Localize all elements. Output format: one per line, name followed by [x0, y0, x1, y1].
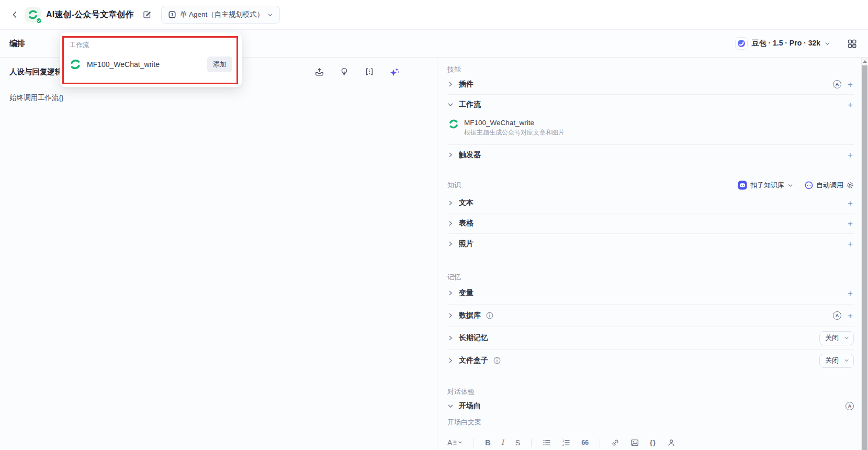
- chevron-right-icon: [447, 335, 454, 341]
- popup-workflow-item[interactable]: MF100_WeChat_write 添加: [70, 57, 232, 72]
- chevron-down-icon: [267, 12, 273, 18]
- components-grid-button[interactable]: [846, 38, 858, 49]
- row-longterm-memory[interactable]: 长期记忆 关闭: [447, 327, 854, 349]
- row-knowledge-table[interactable]: 表格 +: [447, 213, 854, 233]
- chevron-down-icon: [447, 403, 454, 409]
- chevron-right-icon: [447, 312, 454, 319]
- add-variable-button[interactable]: +: [847, 289, 854, 298]
- auto-call-setting[interactable]: 自动调用: [805, 181, 854, 190]
- persona-toolbar: [313, 66, 400, 77]
- chevron-right-icon: [447, 152, 454, 158]
- add-knowledge-table-button[interactable]: +: [847, 219, 854, 228]
- chevron-right-icon: [447, 81, 454, 87]
- chevron-down-icon: [844, 358, 849, 363]
- popup-section-label: 工作流: [70, 41, 232, 50]
- row-knowledge-text[interactable]: 文本 +: [447, 193, 854, 213]
- scrollbar-up-arrow[interactable]: [863, 60, 867, 63]
- row-plugins[interactable]: 插件 A +: [447, 74, 854, 94]
- mention-user-button[interactable]: [667, 438, 675, 447]
- database-label: 数据库: [459, 311, 481, 320]
- text-lines-icon: [453, 440, 457, 446]
- variable-braces-button[interactable]: {}: [650, 438, 657, 446]
- longterm-memory-select[interactable]: 关闭: [819, 331, 854, 345]
- bullet-list-button[interactable]: [543, 438, 551, 447]
- chevron-left-icon: [11, 11, 18, 18]
- chevron-right-icon: [447, 220, 454, 227]
- top-bar: AI速创-公众号文章创作 1 单 Agent（自主规划模式）: [0, 0, 868, 30]
- workflow-list-item[interactable]: MF100_WeChat_write 根据主题生成公众号对应文章和图片: [447, 115, 854, 144]
- agent-mode-selector[interactable]: 1 单 Agent（自主规划模式）: [161, 6, 280, 24]
- strikethrough-button[interactable]: S: [515, 438, 520, 447]
- main-area: 人设与回复逻辑: [0, 58, 868, 450]
- row-knowledge-photo[interactable]: 照片 +: [447, 234, 854, 254]
- text-style-button[interactable]: A: [447, 438, 463, 447]
- ai-generate-button[interactable]: [389, 66, 400, 77]
- filebox-label: 文件盒子: [459, 356, 488, 365]
- page-title: AI速创-公众号文章创作: [46, 9, 134, 20]
- single-agent-icon: 1: [168, 10, 176, 19]
- skills-section-label: 技能: [447, 65, 854, 74]
- opening-auto-badge[interactable]: A: [846, 402, 854, 410]
- add-workflow-button[interactable]: +: [847, 100, 854, 109]
- add-database-button[interactable]: +: [847, 311, 854, 320]
- toolbar-divider: [474, 438, 474, 447]
- longterm-memory-value: 关闭: [825, 333, 839, 343]
- row-database[interactable]: 数据库 A +: [447, 305, 854, 327]
- svg-text:2: 2: [562, 443, 564, 446]
- persona-panel: 人设与回复逻辑: [0, 58, 437, 450]
- toolbar-divider: [531, 438, 532, 447]
- popup-workflow-name: MF100_WeChat_write: [87, 60, 201, 69]
- model-selector[interactable]: 豆包 · 1.5 · Pro · 32k: [735, 37, 830, 50]
- add-knowledge-text-button[interactable]: +: [847, 199, 854, 208]
- memory-section-label: 记忆: [447, 273, 854, 282]
- workflows-label: 工作流: [459, 100, 481, 109]
- popup-add-button[interactable]: 添加: [207, 57, 232, 72]
- model-name-label: 豆包 · 1.5 · Pro · 32k: [752, 39, 820, 48]
- tab-orchestrate[interactable]: 编排: [9, 39, 25, 49]
- workflow-add-popup: 工作流 MF100_WeChat_write 添加: [60, 32, 242, 87]
- add-trigger-button[interactable]: +: [847, 151, 854, 160]
- filebox-select[interactable]: 关闭: [819, 354, 854, 368]
- plugins-label: 插件: [459, 80, 474, 89]
- chevron-down-icon: [447, 102, 454, 108]
- row-variables[interactable]: 变量 +: [447, 282, 854, 304]
- optimize-prompt-button[interactable]: [339, 66, 350, 77]
- submit-prompt-button[interactable]: [313, 66, 325, 77]
- persona-title: 人设与回复逻辑: [9, 67, 63, 77]
- longterm-memory-label: 长期记忆: [459, 333, 488, 343]
- database-auto-badge[interactable]: A: [833, 311, 841, 320]
- right-scrollbar[interactable]: [861, 58, 868, 450]
- scrollbar-thumb[interactable]: [862, 65, 867, 450]
- image-button[interactable]: [630, 438, 639, 447]
- bold-button[interactable]: B: [485, 438, 490, 447]
- svg-text:1: 1: [562, 438, 564, 442]
- row-filebox[interactable]: 文件盒子 关闭: [447, 350, 854, 372]
- config-panel: 技能 插件 A + 工作流 + MF10: [437, 58, 868, 450]
- knowledge-text-label: 文本: [459, 198, 474, 208]
- link-button[interactable]: [611, 438, 619, 447]
- edit-title-button[interactable]: [141, 9, 153, 20]
- quote-button[interactable]: 66: [581, 438, 588, 446]
- chevron-down-icon: [844, 335, 849, 341]
- add-knowledge-photo-button[interactable]: +: [847, 240, 854, 249]
- dialog-section-label: 对话体验: [447, 387, 854, 397]
- expand-editor-button[interactable]: [364, 66, 375, 77]
- chevron-right-icon: [447, 241, 454, 247]
- numbered-list-button[interactable]: 1 2: [562, 438, 570, 447]
- edit-icon: [143, 10, 151, 19]
- chevron-down-icon: [787, 183, 793, 188]
- row-triggers[interactable]: 触发器 +: [447, 145, 854, 165]
- lightbulb-icon: [340, 67, 349, 76]
- row-opening[interactable]: 开场白 A: [447, 397, 854, 415]
- italic-button[interactable]: I: [502, 438, 504, 447]
- back-button[interactable]: [8, 8, 21, 21]
- knowledge-source-selector[interactable]: 扣子知识库: [738, 181, 793, 190]
- plugins-auto-badge[interactable]: A: [833, 80, 841, 88]
- opening-label: 开场白: [459, 401, 481, 411]
- add-plugin-button[interactable]: +: [847, 80, 854, 89]
- coze-kb-icon: [738, 181, 747, 190]
- published-check-badge: [36, 17, 42, 24]
- workflow-item-desc: 根据主题生成公众号对应文章和图片: [464, 128, 565, 137]
- row-workflows[interactable]: 工作流 +: [447, 95, 854, 115]
- gear-icon: [847, 182, 854, 189]
